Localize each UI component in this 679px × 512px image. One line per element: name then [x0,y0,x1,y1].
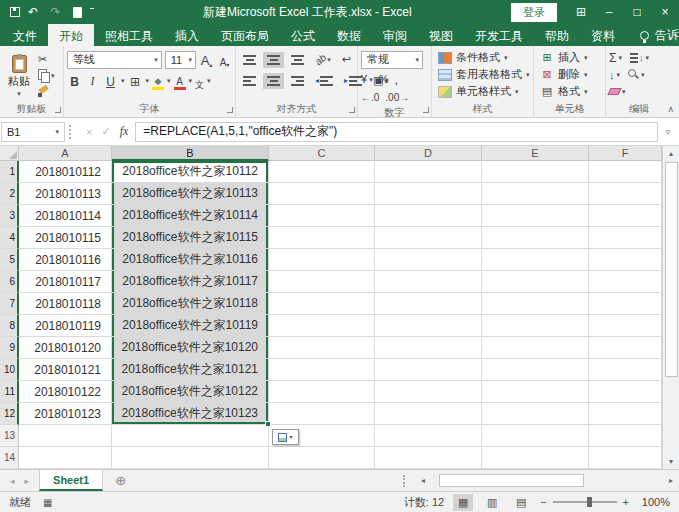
fill-color-button[interactable]: ◆ [152,72,164,90]
cell-C13[interactable]: ▾ [269,425,375,447]
font-size-select[interactable]: 11▾ [165,51,196,69]
cell-A12[interactable]: 2018010123 [19,403,112,425]
number-dialog-launcher[interactable] [423,107,429,113]
tab-camera-tools[interactable]: 照相工具 [94,24,164,46]
cell-E2[interactable] [482,183,589,205]
comma-format-button[interactable]: , [394,72,398,87]
minimize-button[interactable]: – [595,0,623,24]
paste-button[interactable]: 粘贴 ▾ [3,49,35,102]
cell-D9[interactable] [375,337,482,359]
cell-B6[interactable]: 2018office软件之家10117 [112,271,269,293]
cell-B12[interactable]: 2018office软件之家10123 [112,403,269,425]
ribbon-display-options-button[interactable]: ⊞ [567,0,595,24]
cell-F6[interactable] [589,271,662,293]
decrease-font-button[interactable]: A▾ [217,51,232,69]
cell-D10[interactable] [375,359,482,381]
bold-button[interactable]: B [67,72,82,90]
column-header-A[interactable]: A [19,146,112,161]
cell-B2[interactable]: 2018office软件之家10113 [112,183,269,205]
zoom-slider[interactable] [553,501,617,503]
align-right-button[interactable] [287,73,308,89]
cell-D12[interactable] [375,403,482,425]
column-header-F[interactable]: F [589,146,662,161]
cancel-button[interactable]: × [86,126,92,138]
cell-E13[interactable] [482,425,589,447]
row-header-1[interactable]: 1 [0,161,19,183]
tab-review[interactable]: 审阅 [372,24,418,46]
auto-fill-options-button[interactable]: ▾ [272,429,299,445]
page-layout-view-button[interactable]: ▥ [482,494,502,511]
zoom-out-button[interactable]: − [540,496,546,508]
formula-bar-grip[interactable] [69,125,75,139]
cell-A3[interactable]: 2018010114 [19,205,112,227]
italic-button[interactable]: I [85,72,100,90]
page-break-view-button[interactable]: ▤ [511,494,531,511]
undo-dropdown-icon[interactable]: ▾ [39,9,43,16]
clipboard-dialog-launcher[interactable] [55,107,61,113]
increase-decimal-button[interactable]: ←.0 [361,92,379,103]
column-header-D[interactable]: D [375,146,482,161]
scroll-down-button[interactable]: ▾ [663,454,679,469]
scroll-up-button[interactable]: ▴ [663,146,679,161]
cell-A7[interactable]: 2018010118 [19,293,112,315]
tab-split-grip[interactable] [403,475,408,487]
cell-F14[interactable] [589,447,662,469]
scroll-right-button[interactable]: ▸ [664,474,678,488]
row-header-5[interactable]: 5 [0,249,19,271]
fill-handle[interactable] [265,421,271,427]
cell-F10[interactable] [589,359,662,381]
cells-item-1[interactable]: ⊠删除▾ [537,66,602,83]
cell-D8[interactable] [375,315,482,337]
undo-button[interactable]: ↶▾ [28,5,43,19]
cell-D1[interactable] [375,161,482,183]
align-center-button[interactable] [263,73,284,89]
cell-E8[interactable] [482,315,589,337]
phonetic-guide-button[interactable]: 文 [195,72,204,90]
alignment-dialog-launcher[interactable] [349,107,355,113]
cell-F13[interactable] [589,425,662,447]
fill-color-dropdown-icon[interactable]: ▾ [167,77,171,84]
cell-E10[interactable] [482,359,589,381]
sort-filter-button[interactable]: ↓▾ [630,53,649,63]
name-box[interactable]: B1 ▾ [1,122,65,142]
row-header-8[interactable]: 8 [0,315,19,337]
cell-D7[interactable] [375,293,482,315]
add-sheet-button[interactable]: ⊕ [103,470,138,491]
cell-F2[interactable] [589,183,662,205]
column-header-B[interactable]: B [112,146,269,161]
cell-C7[interactable] [269,293,375,315]
cell-D13[interactable] [375,425,482,447]
cell-B13[interactable] [112,425,269,447]
cell-D2[interactable] [375,183,482,205]
styles-item-0[interactable]: 条件格式▾ [435,49,530,66]
column-header-C[interactable]: C [269,146,375,161]
row-header-2[interactable]: 2 [0,183,19,205]
tab-help[interactable]: 帮助 [534,24,580,46]
cell-D11[interactable] [375,381,482,403]
cell-D6[interactable] [375,271,482,293]
collapse-ribbon-button[interactable]: ∧ [667,104,674,114]
cell-D14[interactable] [375,447,482,469]
cell-A10[interactable]: 2018010121 [19,359,112,381]
normal-view-button[interactable]: ▦ [453,494,473,511]
enter-button[interactable]: ✓ [101,125,110,138]
cell-B14[interactable] [112,447,269,469]
tab-developer[interactable]: 开发工具 [464,24,534,46]
sheet-tab-sheet1[interactable]: Sheet1 [39,470,103,491]
vertical-scroll-thumb[interactable] [665,162,678,377]
cell-F11[interactable] [589,381,662,403]
cell-C4[interactable] [269,227,375,249]
cell-B5[interactable]: 2018office软件之家10116 [112,249,269,271]
cell-F4[interactable] [589,227,662,249]
styles-item-2[interactable]: 单元格样式▾ [435,83,530,100]
wrap-text-button[interactable]: ↩ [338,50,355,69]
cell-A6[interactable]: 2018010117 [19,271,112,293]
cell-A8[interactable]: 2018010119 [19,315,112,337]
percent-format-button[interactable]: % [379,73,389,85]
cell-E1[interactable] [482,161,589,183]
macro-record-icon[interactable]: ▦ [43,497,52,508]
styles-item-1[interactable]: 套用表格格式▾ [435,66,530,83]
font-color-button[interactable]: A [174,72,186,90]
tab-view[interactable]: 视图 [418,24,464,46]
cell-E3[interactable] [482,205,589,227]
